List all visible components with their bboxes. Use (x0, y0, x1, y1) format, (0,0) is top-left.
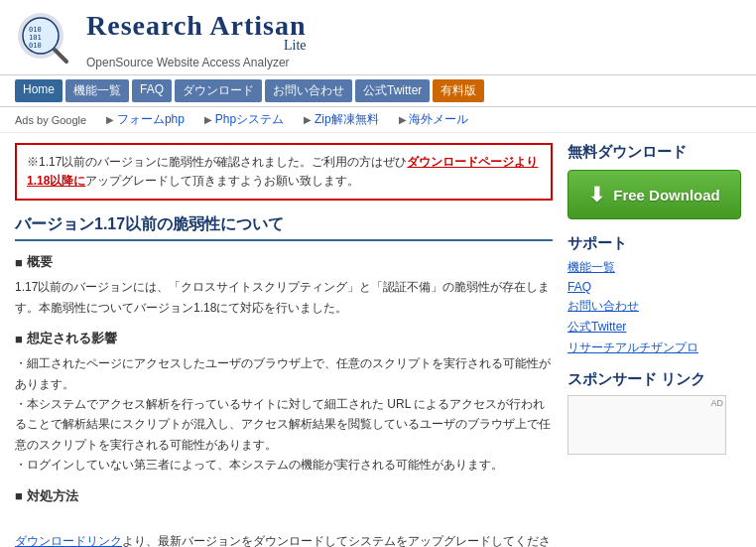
nav-home[interactable]: Home (15, 79, 63, 102)
nav-contact[interactable]: お問い合わせ (265, 79, 352, 102)
download-icon: ⬇ (588, 183, 605, 206)
nav-bar: Home 機能一覧 FAQ ダウンロード お問い合わせ 公式Twitter 有料… (0, 74, 756, 107)
sponsor-title: スポンサード リンク (567, 370, 741, 389)
alert-box: ※1.17以前のバージョンに脆弱性が確認されました。ご利用の方はぜひダウンロード… (15, 143, 553, 201)
nav-features[interactable]: 機能一覧 (65, 79, 129, 102)
nav-twitter[interactable]: 公式Twitter (355, 79, 430, 102)
sidebar-right: 無料ダウンロード ⬇ Free Download サポート 機能一覧 FAQ お… (567, 143, 741, 547)
section-overview-header: 概要 (15, 253, 553, 271)
main-layout: ※1.17以前のバージョンに脆弱性が確認されました。ご利用の方はぜひダウンロード… (0, 133, 756, 547)
logo-subtitle: OpenSource Website Access Analyzer (86, 56, 307, 69)
section-impact: 想定される影響 ・細工されたページにアクセスしたユーザのブラウザ上で、任意のスク… (15, 330, 553, 475)
support-section: サポート 機能一覧 FAQ お問い合わせ 公式Twitter リサーチアルチザン… (567, 234, 741, 356)
alert-text-after: アップグレードして頂きますようお願い致します。 (85, 174, 359, 188)
ads-link-1[interactable]: フォームphp (106, 111, 185, 128)
ads-by-google: Ads by Google (15, 114, 86, 126)
logo-text-block: Research Artisan Lite OpenSource Website… (86, 10, 307, 69)
page-title: バージョン1.17以前の脆弱性について (15, 214, 553, 241)
ads-link-2[interactable]: Phpシステム (204, 111, 284, 128)
support-links: 機能一覧 FAQ お問い合わせ 公式Twitter リサーチアルチザンプロ (567, 259, 741, 356)
svg-text:101: 101 (29, 34, 42, 42)
support-link-features[interactable]: 機能一覧 (567, 259, 741, 276)
content-left: ※1.17以前のバージョンに脆弱性が確認されました。ご利用の方はぜひダウンロード… (15, 143, 553, 547)
support-link-faq[interactable]: FAQ (567, 280, 741, 294)
solution-link[interactable]: ダウンロードリンク (15, 534, 122, 547)
support-title: サポート (567, 234, 741, 253)
free-download-button[interactable]: ⬇ Free Download (567, 170, 741, 219)
ad-marker: AD (710, 398, 723, 408)
section-solution-body: ダウンロードリンクより、最新バージョンをダウンロードしてシステムをアップグレード… (15, 511, 553, 548)
header: 010 101 010 Research Artisan Lite OpenSo… (0, 0, 756, 74)
nav-download[interactable]: ダウンロード (175, 79, 262, 102)
support-link-twitter[interactable]: 公式Twitter (567, 319, 741, 336)
alert-text-before: ※1.17以前のバージョンに脆弱性が確認されました。ご利用の方はぜひ (27, 155, 407, 169)
nav-premium[interactable]: 有料版 (433, 79, 484, 102)
sponsor-ad-box: AD (567, 395, 726, 455)
svg-text:010: 010 (29, 42, 42, 50)
section-overview-body: 1.17以前のバージョンには、「クロスサイトスクリプティング」と「認証不備」の脆… (15, 277, 553, 318)
section-solution-header: 対処方法 (15, 487, 553, 505)
section-impact-header: 想定される影響 (15, 330, 553, 347)
svg-line-2 (55, 50, 66, 62)
support-link-pro[interactable]: リサーチアルチザンプロ (567, 340, 741, 356)
ads-row: Ads by Google フォームphp Phpシステム Zip解凍無料 海外… (0, 107, 756, 133)
logo-lite: Lite (86, 38, 307, 54)
ads-link-3[interactable]: Zip解凍無料 (304, 111, 378, 128)
logo-icon: 010 101 010 (15, 10, 74, 69)
sponsor-section: スポンサード リンク AD (567, 370, 741, 455)
support-link-contact[interactable]: お問い合わせ (567, 298, 741, 315)
svg-text:010: 010 (29, 26, 42, 34)
ads-link-4[interactable]: 海外メール (399, 111, 469, 128)
section-solution: 対処方法 ダウンロードリンクより、最新バージョンをダウンロードしてシステムをアッ… (15, 487, 553, 548)
free-download-label: Free Download (613, 187, 720, 204)
section-impact-body: ・細工されたページにアクセスしたユーザのブラウザ上で、任意のスクリプトを実行され… (15, 353, 553, 475)
download-title: 無料ダウンロード (567, 143, 741, 162)
section-overview: 概要 1.17以前のバージョンには、「クロスサイトスクリプティング」と「認証不備… (15, 253, 553, 318)
nav-faq[interactable]: FAQ (132, 79, 172, 102)
